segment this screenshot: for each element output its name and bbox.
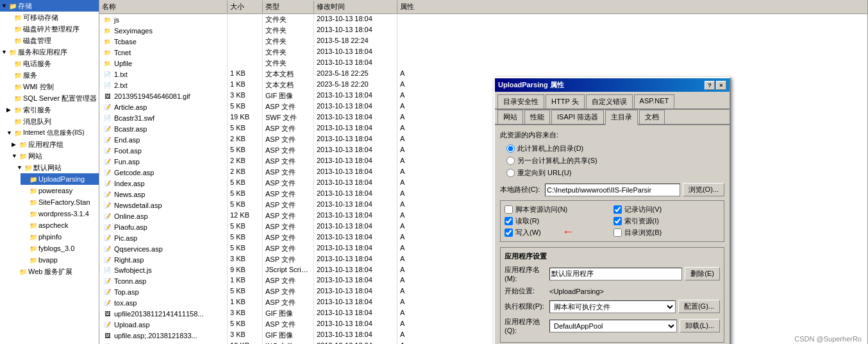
folder-icon: 📁: [13, 105, 23, 115]
table-row[interactable]: 📝 Upload.asp 5 KB ASP 文件 2013-10-13 18:0…: [99, 319, 867, 330]
tree-item-bvapp[interactable]: 📁 bvapp: [21, 254, 99, 266]
table-row[interactable]: 📝 Index.asp 5 KB ASP 文件 2013-10-13 18:04…: [99, 178, 867, 189]
radio-url[interactable]: [506, 169, 515, 177]
tree-item-websites[interactable]: ▼ 📁 网站: [10, 150, 99, 162]
help-button[interactable]: ?: [705, 81, 715, 90]
file-modified: 2013-10-13 18:04: [314, 232, 397, 243]
tree-item-powereasy[interactable]: 📁 powereasy: [21, 185, 99, 196]
execute-select[interactable]: 脚本和可执行文件: [549, 300, 676, 313]
tree-item-service[interactable]: 📁 服务: [5, 69, 99, 81]
tree-item-aspcheck[interactable]: 📁 aspcheck: [21, 219, 99, 231]
table-row[interactable]: 📝 Pic.asp 5 KB ASP 文件 2013-10-13 18:04 A: [99, 232, 867, 243]
close-button[interactable]: ×: [716, 81, 726, 90]
table-row[interactable]: 🖼 upfile20138112141411158... 3 KB GIF 图像…: [99, 308, 867, 319]
tree-item-wordpress[interactable]: 📁 wordpress-3.1.4: [21, 208, 99, 219]
tab-customerrors[interactable]: 自定义错误: [586, 94, 633, 108]
tree-item-webext[interactable]: 📁 Web 服务扩展: [10, 266, 99, 277]
apppool-select[interactable]: DefaultAppPool: [549, 320, 677, 332]
cb-read[interactable]: [505, 217, 513, 225]
tree-item-wmi[interactable]: 📁 WMI 控制: [5, 81, 99, 92]
header-attr[interactable]: 属性: [397, 1, 417, 13]
file-type: 文本文档: [263, 80, 314, 90]
table-row[interactable]: 📄 Bcastr31.swf 19 KB SWF 文件 2013-10-13 1…: [99, 112, 867, 123]
tree-item-defrag[interactable]: 📁 磁盘碎片整理程序: [5, 23, 99, 35]
radio-share[interactable]: [506, 157, 515, 165]
table-row[interactable]: 📝 Bcastr.asp 5 KB ASP 文件 2013-10-13 18:0…: [99, 123, 867, 134]
cb-dirbrowse[interactable]: [613, 228, 622, 237]
tree-item-iis[interactable]: ▼ 📁 Internet 信息服务(IIS): [5, 127, 99, 139]
table-row[interactable]: 📄 Swfobject.js 9 KB JScript Script ... 2…: [99, 265, 867, 275]
table-row[interactable]: 📝 End.asp 2 KB ASP 文件 2013-10-13 18:04 A: [99, 134, 867, 145]
table-row[interactable]: 📝 Online.asp 12 KB ASP 文件 2013-10-13 18:…: [99, 211, 867, 221]
table-row[interactable]: 📝 Article.asp 5 KB ASP 文件 2013-10-13 18:…: [99, 101, 867, 112]
table-row[interactable]: 📁 js 文件夹 2013-10-13 18:04: [99, 14, 867, 25]
table-row[interactable]: 📝 Right.asp 3 KB ASP 文件 2013-10-13 18:04…: [99, 254, 867, 265]
table-row[interactable]: 📝 News.asp 5 KB ASP 文件 2013-10-13 18:04 …: [99, 189, 867, 200]
file-attr: A: [397, 145, 417, 156]
app-name-group: 应用程序名(M): 删除(E): [505, 265, 720, 282]
table-row[interactable]: 📁 Tcbase 文件夹 2013-5-18 22:24: [99, 36, 867, 47]
tree-item-msgqueue[interactable]: 📁 消息队列: [5, 116, 99, 127]
tab-dirsecurity[interactable]: 目录安全性: [497, 94, 544, 108]
tree-item-diskmanage[interactable]: 📁 磁盘管理: [5, 35, 99, 46]
local-path-input[interactable]: [545, 184, 680, 196]
cb-index[interactable]: [613, 217, 622, 225]
config-button[interactable]: 配置(G)...: [678, 300, 720, 313]
table-row[interactable]: 📝 Foot.asp 5 KB ASP 文件 2013-10-13 18:04 …: [99, 145, 867, 156]
tab-performance[interactable]: 性能: [524, 110, 550, 124]
table-row[interactable]: 📄 1.txt 1 KB 文本文档 2023-5-18 22:25 A: [99, 69, 867, 80]
table-row[interactable]: 🖼 upfile.asp;.20138121833... 3 KB GIF 图像…: [99, 330, 867, 341]
table-row[interactable]: 📁 Sexyimages 文件夹 2013-10-13 18:04: [99, 25, 867, 36]
table-row[interactable]: 📝 tox.asp 1 KB ASP 文件 2013-10-13 18:04 A: [99, 297, 867, 308]
table-row[interactable]: 🖼 20139519454646081.gif 3 KB GIF 图像 2013…: [99, 90, 867, 101]
remove-button[interactable]: 删除(E): [685, 267, 720, 280]
table-row[interactable]: 📝 Getcode.asp 2 KB ASP 文件 2013-10-13 18:…: [99, 167, 867, 178]
table-row[interactable]: 📁 Tcnet 文件夹 2013-10-13 18:04: [99, 47, 867, 58]
file-type-icon: 📝: [102, 245, 112, 254]
tree-item-sqlserver[interactable]: 📁 SQL Server 配置管理器: [5, 92, 99, 104]
table-row[interactable]: 📝 Tconn.asp 1 KB ASP 文件 2013-10-13 18:04…: [99, 275, 867, 286]
tab-homedirectory[interactable]: 主目录: [605, 110, 638, 125]
table-row[interactable]: 📁 Upfile 文件夹 2013-10-13 18:04: [99, 58, 867, 69]
table-row[interactable]: 📄 Upload.inc 10 KB INC 文件 2013-10-13 18:…: [99, 341, 867, 344]
browse-button[interactable]: 浏览(O)...: [683, 183, 724, 196]
header-size[interactable]: 大小: [228, 1, 263, 13]
tree-item-apppool[interactable]: ▶ 📁 应用程序组: [10, 139, 99, 150]
tree-item-storage[interactable]: ▼ 📁 存储: [0, 0, 99, 12]
table-row[interactable]: 📝 Top.asp 5 KB ASP 文件 2013-10-13 18:04 A: [99, 286, 867, 297]
tab-httpheaders[interactable]: HTTP 头: [546, 94, 585, 108]
tab-isapi[interactable]: ISAPI 筛选器: [551, 110, 604, 124]
tree-item-services[interactable]: ▼ 📁 服务和应用程序: [0, 46, 99, 58]
file-modified: 2013-10-13 18:04: [314, 297, 397, 308]
tree-item-phpinfo[interactable]: 📁 phpinfo: [21, 231, 99, 243]
tree-item-fyblogs[interactable]: 📁 fyblogs_3.0: [21, 243, 99, 254]
table-row[interactable]: 📝 Fun.asp 2 KB ASP 文件 2013-10-13 18:04 A: [99, 156, 867, 167]
table-row[interactable]: 📝 Qqservices.asp 5 KB ASP 文件 2013-10-13 …: [99, 243, 867, 254]
file-attr: A: [397, 308, 417, 319]
tab-aspnet[interactable]: ASP.NET: [634, 94, 675, 108]
header-modified[interactable]: 修改时间: [314, 1, 397, 13]
unload-button[interactable]: 卸载(L)...: [680, 319, 720, 332]
tab-website[interactable]: 网站: [497, 110, 523, 124]
tree-item-sitefactory[interactable]: 📁 SiteFactory.Stan: [21, 196, 99, 208]
tree-item-defaultsite[interactable]: ▼ 📁 默认网站: [15, 162, 99, 173]
tree-item-uploadparsing[interactable]: 📁 UploadParsing: [21, 173, 99, 185]
table-row[interactable]: 📝 Newsdetail.asp 5 KB ASP 文件 2013-10-13 …: [99, 200, 867, 211]
tab-docs[interactable]: 文档: [639, 110, 665, 124]
table-row[interactable]: 📝 Piaofu.asp 5 KB ASP 文件 2013-10-13 18:0…: [99, 221, 867, 232]
tree-item-indexservice[interactable]: ▶ 📁 索引服务: [5, 104, 99, 116]
tree-label: aspcheck: [38, 221, 68, 229]
app-name-input[interactable]: [549, 268, 682, 280]
file-attr: A: [397, 275, 417, 286]
cb-log[interactable]: [613, 205, 622, 214]
table-row[interactable]: 📄 2.txt 1 KB 文本文档 2023-5-18 22:20 A: [99, 80, 867, 90]
tree-item-telephony[interactable]: 📁 电话服务: [5, 58, 99, 69]
header-name[interactable]: 名称: [99, 1, 228, 13]
file-attr: A: [397, 221, 417, 232]
file-name: Bcastr31.swf: [114, 114, 154, 122]
cb-write[interactable]: [505, 228, 513, 237]
tree-item-removable[interactable]: 📁 可移动存储: [5, 12, 99, 23]
radio-local[interactable]: [506, 144, 515, 153]
header-type[interactable]: 类型: [263, 1, 314, 13]
cb-script-access[interactable]: [505, 205, 513, 214]
